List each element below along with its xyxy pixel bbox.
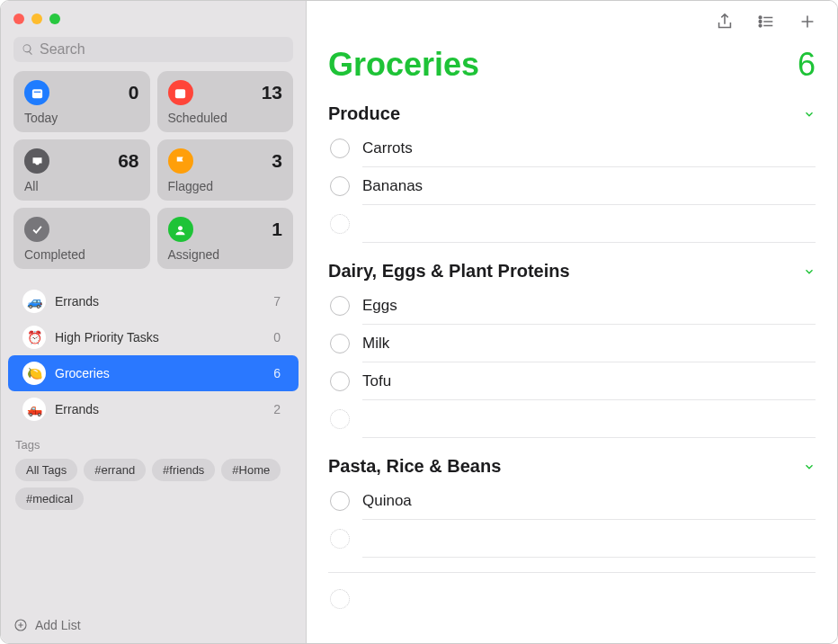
smart-lists-grid: 0 Today 13 Scheduled 68 <box>1 71 306 278</box>
completion-toggle-placeholder <box>330 529 350 549</box>
reminder-title[interactable]: Bananas <box>362 177 816 205</box>
list-item-errands2[interactable]: 🛻 Errands 2 <box>8 391 299 427</box>
completion-toggle-placeholder <box>330 214 350 234</box>
reminder-title-placeholder[interactable]: . <box>362 530 816 558</box>
share-icon <box>715 12 735 31</box>
list-count: 6 <box>273 366 281 380</box>
reminder-title[interactable]: Carrots <box>362 139 816 167</box>
reminder-item[interactable]: Bananas <box>328 167 816 205</box>
svg-rect-1 <box>33 91 40 92</box>
completion-toggle[interactable] <box>330 371 350 391</box>
reminder-item[interactable]: Quinoa <box>328 482 816 520</box>
list-icon: 🍋 <box>22 362 46 385</box>
list-count: 2 <box>273 402 281 416</box>
section-header-produce[interactable]: Produce <box>328 100 816 130</box>
chevron-down-icon <box>803 108 816 121</box>
tags-header: Tags <box>15 438 291 452</box>
list-content: Groceries 6 Produce Carrots Bananas <box>307 42 837 643</box>
tag-all[interactable]: All Tags <box>15 459 77 481</box>
reminder-title[interactable]: Eggs <box>362 297 816 325</box>
reminder-title[interactable]: Quinoa <box>362 492 816 520</box>
new-reminder-placeholder[interactable]: . <box>328 520 816 558</box>
list-count: 0 <box>273 330 281 344</box>
reminder-item[interactable]: Tofu <box>328 362 816 400</box>
tag-errand[interactable]: #errand <box>84 459 146 481</box>
new-reminder-button[interactable] <box>798 12 817 31</box>
tag-friends[interactable]: #friends <box>152 459 215 481</box>
chevron-down-icon <box>803 265 816 278</box>
search-placeholder: Search <box>40 41 85 58</box>
section-header-pasta[interactable]: Pasta, Rice & Beans <box>328 452 816 482</box>
smart-today-count: 0 <box>129 82 139 103</box>
smart-flagged[interactable]: 3 Flagged <box>157 139 294 201</box>
flag-icon <box>168 148 193 174</box>
completion-toggle[interactable] <box>330 491 350 511</box>
svg-point-6 <box>759 21 762 23</box>
list-item-highpriority[interactable]: ⏰ High Priority Tasks 0 <box>8 319 299 355</box>
list-bullet-icon <box>756 12 776 31</box>
view-options-button[interactable] <box>756 12 776 31</box>
smart-all[interactable]: 68 All <box>13 139 150 201</box>
section-title: Pasta, Rice & Beans <box>328 456 501 477</box>
tag-home[interactable]: #Home <box>221 459 281 481</box>
sidebar: Search 0 Today 13 Schedule <box>1 1 307 643</box>
list-icon: 🚙 <box>22 290 46 313</box>
svg-point-5 <box>759 16 762 19</box>
my-lists: 🚙 Errands 7 ⏰ High Priority Tasks 0 🍋 Gr… <box>1 278 306 427</box>
reminder-title-placeholder[interactable]: . <box>362 215 816 243</box>
list-name: Groceries <box>55 366 264 380</box>
svg-point-3 <box>178 226 183 230</box>
completion-toggle[interactable] <box>330 296 350 316</box>
reminder-title[interactable]: Tofu <box>362 372 816 400</box>
svg-rect-0 <box>31 89 41 98</box>
smart-scheduled-label: Scheduled <box>168 111 283 125</box>
main-pane: Groceries 6 Produce Carrots Bananas <box>307 1 837 643</box>
list-total: 6 <box>798 46 816 84</box>
search-input[interactable]: Search <box>13 37 293 62</box>
smart-completed[interactable]: Completed <box>13 208 150 269</box>
close-window-button[interactable] <box>13 13 24 24</box>
smart-completed-label: Completed <box>24 247 139 262</box>
inbox-icon <box>24 148 49 174</box>
smart-today[interactable]: 0 Today <box>13 71 150 132</box>
smart-all-count: 68 <box>118 150 138 172</box>
tags-list: All Tags #errand #friends #Home #medical <box>15 459 291 510</box>
section-produce: Produce Carrots Bananas . <box>328 100 816 243</box>
tag-medical[interactable]: #medical <box>15 487 84 510</box>
list-icon: 🛻 <box>22 398 46 421</box>
completion-toggle[interactable] <box>330 334 350 353</box>
completion-toggle[interactable] <box>330 139 350 158</box>
list-item-groceries[interactable]: 🍋 Groceries 6 <box>8 355 299 391</box>
smart-scheduled[interactable]: 13 Scheduled <box>157 71 294 132</box>
search-icon <box>22 43 34 56</box>
checkmark-icon <box>24 217 49 242</box>
new-reminder-placeholder[interactable]: . <box>328 205 816 243</box>
reminder-item[interactable]: Eggs <box>328 287 816 325</box>
minimize-window-button[interactable] <box>31 13 42 24</box>
list-count: 7 <box>273 294 281 309</box>
completion-toggle[interactable] <box>330 176 350 196</box>
new-reminder-placeholder[interactable]: . <box>328 400 816 438</box>
reminder-item[interactable]: Milk <box>328 325 816 362</box>
reminder-title-placeholder[interactable]: . <box>362 410 816 438</box>
new-reminder-placeholder-bottom[interactable]: . <box>328 573 816 618</box>
smart-today-label: Today <box>24 111 139 125</box>
fullscreen-window-button[interactable] <box>49 13 60 24</box>
plus-circle-icon <box>13 618 28 632</box>
completion-toggle-placeholder <box>330 409 350 429</box>
add-list-button[interactable]: Add List <box>1 609 306 643</box>
smart-assigned[interactable]: 1 Assigned <box>157 208 294 269</box>
calendar-today-icon <box>24 80 49 105</box>
smart-flagged-count: 3 <box>272 150 282 172</box>
reminder-title[interactable]: Milk <box>362 335 816 362</box>
reminder-item[interactable]: Carrots <box>328 130 816 167</box>
share-button[interactable] <box>715 12 735 31</box>
smart-all-label: All <box>24 179 139 193</box>
list-item-errands1[interactable]: 🚙 Errands 7 <box>8 283 299 319</box>
list-name: Errands <box>55 294 264 309</box>
list-name: High Priority Tasks <box>55 330 264 344</box>
section-header-dairy[interactable]: Dairy, Eggs & Plant Proteins <box>328 257 816 287</box>
person-icon <box>168 217 193 242</box>
reminder-title-placeholder[interactable]: . <box>362 590 816 617</box>
section-title: Dairy, Eggs & Plant Proteins <box>328 261 570 282</box>
